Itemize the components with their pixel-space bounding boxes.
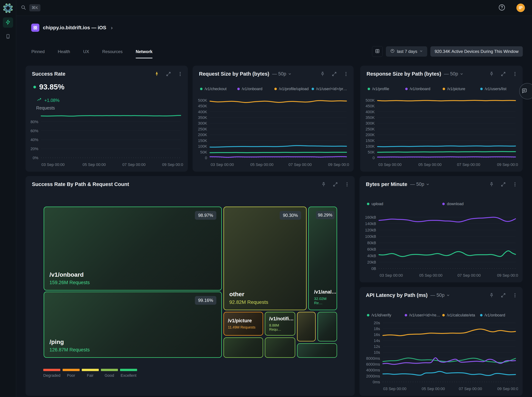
- percentile-dropdown[interactable]: — 50p: [410, 181, 430, 187]
- bitdrift-logo-icon[interactable]: [3, 3, 13, 13]
- legend-item[interactable]: /v1/id/verify: [367, 313, 405, 317]
- treemap-tile[interactable]: [297, 312, 316, 341]
- expand-icon[interactable]: [166, 71, 171, 77]
- legend-dot: [480, 88, 483, 90]
- legend-item[interactable]: /v1/user/<id>/re…: [405, 313, 442, 317]
- help-icon[interactable]: [498, 4, 505, 12]
- expand-icon[interactable]: [332, 71, 337, 77]
- success-rate-chart[interactable]: 80%60%40%20%0%03 Sep 00:0005 Sep 00:0007…: [28, 111, 183, 169]
- legend-item[interactable]: upload: [367, 202, 442, 206]
- lightning-icon: [5, 19, 11, 25]
- grid-icon: [375, 49, 380, 54]
- time-range-dropdown[interactable]: last 7 days: [386, 46, 427, 57]
- pin-icon[interactable]: [489, 293, 494, 298]
- svg-text:0%: 0%: [33, 156, 38, 160]
- svg-text:07 Sep 00:00: 07 Sep 00:00: [289, 162, 312, 167]
- expand-icon[interactable]: [501, 71, 506, 77]
- kebab-menu-icon[interactable]: [512, 71, 518, 77]
- svg-text:6000ms: 6000ms: [366, 362, 380, 366]
- svg-text:10s: 10s: [374, 350, 380, 355]
- api-latency-chart[interactable]: 20s18s16s14s12s10s8000ms6000ms4000ms2000…: [362, 318, 518, 394]
- pin-icon[interactable]: [489, 182, 494, 187]
- pin-icon[interactable]: [320, 71, 325, 77]
- chevron-right-icon[interactable]: ›: [111, 25, 113, 31]
- scale-legend-swatch: [120, 369, 137, 371]
- treemap-tile[interactable]: 98.97%/v1/onboard159.26M Requests: [44, 207, 222, 291]
- legend-label: /v1/user/<id>/re…: [409, 313, 440, 317]
- clock-icon: [390, 49, 395, 54]
- treemap-tile[interactable]: 99.16%/ping126.87M Requests: [44, 292, 222, 358]
- percentile-dropdown[interactable]: — 50p: [444, 71, 464, 77]
- sidebar-item-dashboards[interactable]: [3, 17, 13, 28]
- treemap-tile[interactable]: [317, 312, 337, 341]
- legend-item[interactable]: /v1/onboard: [480, 313, 518, 317]
- tile-path-label: /v1/notifi…: [269, 316, 291, 322]
- percentile-dropdown[interactable]: — 50p: [430, 292, 450, 298]
- treemap-tile[interactable]: [224, 337, 263, 358]
- legend-item[interactable]: /v1/user/<id>/pr…: [312, 87, 349, 91]
- request-size-chart[interactable]: 500K450K400K350K300K250K200K150K100K50K0…: [195, 96, 349, 169]
- card-actions: [320, 71, 349, 77]
- treemap-tile[interactable]: [297, 343, 337, 358]
- tab-ux[interactable]: UX: [83, 49, 89, 58]
- svg-text:4000ms: 4000ms: [366, 368, 380, 372]
- treemap-tile[interactable]: /v1/picture11.49M Requests: [224, 312, 263, 335]
- svg-text:300K: 300K: [198, 121, 207, 125]
- kebab-menu-icon[interactable]: [512, 182, 518, 187]
- bytes-per-minute-chart[interactable]: 160kB140kB120kB100kB80kB60kB40kB20kB0B03…: [362, 209, 518, 280]
- treemap-tile[interactable]: 98.29%/v1/anal…32.02M Re…: [308, 207, 337, 310]
- card-bytes-per-minute: Bytes per Minute — 50p uploaddownload 16…: [359, 176, 523, 282]
- sidebar-item-devices[interactable]: [3, 31, 13, 42]
- kebab-menu-icon[interactable]: [343, 71, 349, 77]
- pin-icon[interactable]: [489, 71, 494, 77]
- legend-item[interactable]: /v1/picture: [443, 87, 480, 91]
- tab-health[interactable]: Health: [58, 49, 70, 58]
- treemap-tile[interactable]: 90.30%other92.82M Requests: [224, 207, 307, 310]
- layout-grid-button[interactable]: [372, 46, 383, 57]
- tab-network[interactable]: Network: [136, 49, 152, 58]
- treemap-tile[interactable]: /v1/notifi…8.88M Requ…: [265, 312, 295, 335]
- tab-resources[interactable]: Resources: [102, 49, 122, 58]
- expand-icon[interactable]: [501, 293, 506, 298]
- chart-legend: /v1/checkout/v1/onboard/v1/profile/uploa…: [200, 87, 349, 91]
- legend-item[interactable]: /v1/onboard: [237, 87, 274, 91]
- svg-text:300K: 300K: [366, 121, 375, 125]
- legend-dot: [200, 88, 203, 90]
- scale-legend-item: Excellent: [120, 369, 137, 378]
- tab-pinned[interactable]: Pinned: [31, 49, 45, 58]
- svg-text:60kB: 60kB: [367, 247, 376, 251]
- breadcrumb[interactable]: chippy.io.bitdrift.ios — iOS ›: [31, 24, 113, 32]
- svg-text:03 Sep 00:00: 03 Sep 00:00: [211, 162, 234, 167]
- svg-text:250K: 250K: [198, 127, 207, 131]
- kebab-menu-icon[interactable]: [512, 293, 518, 298]
- search-shortcut-chip[interactable]: ⌘K: [29, 4, 40, 11]
- global-search[interactable]: ⌘K: [21, 4, 40, 11]
- card-api-latency: API Latency by Path (ms) — 50p /v1/id/ve…: [359, 287, 523, 396]
- treemap-tile[interactable]: [265, 337, 295, 358]
- response-size-chart[interactable]: 500K450K400K350K300K250K200K150K100K50K0…: [363, 96, 518, 169]
- svg-text:150K: 150K: [366, 138, 375, 143]
- scale-legend-label: Degraded: [43, 373, 60, 378]
- avatar[interactable]: IP: [516, 4, 525, 12]
- legend-item[interactable]: /v1/checkout: [200, 87, 237, 91]
- legend-item[interactable]: /v1/calculate/eta: [442, 313, 480, 317]
- search-icon: [21, 5, 26, 11]
- legend-item[interactable]: download: [442, 202, 518, 206]
- expand-icon[interactable]: [501, 182, 506, 187]
- legend-item[interactable]: /v1/profile/upload: [274, 87, 312, 91]
- card-title: Bytes per Minute: [366, 181, 407, 187]
- kebab-menu-icon[interactable]: [177, 71, 183, 77]
- svg-text:400K: 400K: [366, 110, 375, 114]
- svg-text:20kB: 20kB: [367, 260, 376, 264]
- card-success-rate: Success Rate 93.85% +1.08% Requests 80%6…: [25, 66, 188, 172]
- treemap-scale-legend: DegradedPoorFairGoodExcellent: [43, 369, 137, 378]
- svg-text:100K: 100K: [366, 144, 375, 149]
- active-devices-badge: 920.34K Active Devices During This Windo…: [430, 46, 523, 57]
- legend-item[interactable]: /v1/onboard: [405, 87, 443, 91]
- svg-text:16s: 16s: [374, 332, 380, 337]
- legend-label: /v1/profile: [372, 87, 389, 91]
- legend-item[interactable]: /v1/profile: [368, 87, 405, 91]
- legend-item[interactable]: /v1/users/list: [480, 87, 518, 91]
- percentile-dropdown[interactable]: — 50p: [272, 71, 291, 77]
- pin-icon[interactable]: [154, 71, 159, 77]
